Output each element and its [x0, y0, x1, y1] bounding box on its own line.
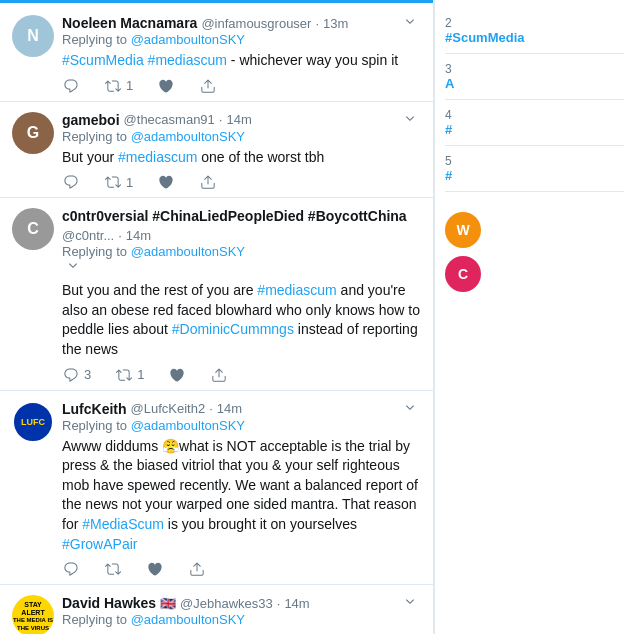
hashtag-link[interactable]: #mediascum	[118, 149, 197, 165]
trending-number: 4	[445, 108, 624, 122]
reply-button[interactable]: 3	[62, 366, 91, 384]
tweet-item: STAY ALERTTHE MEDIA IS THE VIRUSDavid Ha…	[0, 585, 433, 634]
tweet-time[interactable]: 14m	[226, 112, 251, 127]
display-name[interactable]: LufcKeith	[62, 401, 127, 417]
share-button[interactable]	[199, 173, 217, 191]
reply-button[interactable]	[62, 560, 80, 578]
reply-icon	[62, 77, 80, 95]
like-button[interactable]	[157, 173, 175, 191]
screen-name[interactable]: @c0ntr...	[62, 228, 114, 243]
retweet-button[interactable]	[104, 560, 122, 578]
trending-item[interactable]: 3A	[445, 54, 624, 100]
like-button[interactable]	[146, 560, 164, 578]
retweet-icon	[104, 173, 122, 191]
tweet-menu-button[interactable]	[399, 401, 421, 419]
trending-tag[interactable]: #ScumMedia	[445, 30, 624, 45]
reply-to-link[interactable]: @adamboultonSKY	[131, 418, 245, 433]
reply-to-link[interactable]: @adamboultonSKY	[131, 244, 245, 259]
reply-icon	[62, 560, 80, 578]
trending-number: 5	[445, 154, 624, 168]
avatar[interactable]: STAY ALERTTHE MEDIA IS THE VIRUS	[12, 595, 54, 634]
share-button[interactable]	[210, 366, 228, 384]
reply-count: 3	[84, 367, 91, 382]
reply-button[interactable]	[62, 173, 80, 191]
display-name[interactable]: gameboi	[62, 112, 120, 128]
username-row: c0ntr0versial #ChinaLiedPeopleDied #Boyc…	[62, 208, 421, 243]
trending-tag[interactable]: A	[445, 76, 624, 91]
username-row: David Hawkes 🇬🇧@Jebhawkes33·14m	[62, 595, 310, 611]
share-icon	[199, 173, 217, 191]
trending-item[interactable]: 5#	[445, 146, 624, 192]
hashtag-link[interactable]: #GrowAPair	[62, 536, 137, 552]
retweet-button[interactable]: 1	[115, 366, 144, 384]
side-avatar[interactable]: C	[445, 256, 481, 292]
screen-name[interactable]: @infamousgrouser	[201, 16, 311, 31]
tweet-item: NNoeleen Macnamara@infamousgrouser·13mRe…	[0, 5, 433, 102]
side-avatar-list: WC	[445, 212, 624, 292]
avatar[interactable]: C	[12, 208, 54, 250]
tweet-actions: 1	[62, 77, 421, 95]
screen-name[interactable]: @Jebhawkes33	[180, 596, 273, 611]
dot-separator: ·	[219, 112, 223, 127]
hashtag-link[interactable]: #mediascum	[148, 52, 227, 68]
tweet-header: LufcKeith@LufcKeith2·14mReplying to @ada…	[62, 401, 421, 433]
like-button[interactable]	[168, 366, 186, 384]
display-name[interactable]: c0ntr0versial #ChinaLiedPeopleDied #Boyc…	[62, 208, 407, 224]
screen-name[interactable]: @thecasman91	[124, 112, 215, 127]
retweet-button[interactable]: 1	[104, 77, 133, 95]
tweet-item: LUFCLufcKeith@LufcKeith2·14mReplying to …	[0, 391, 433, 586]
tweet-time[interactable]: 13m	[323, 16, 348, 31]
side-panel: 2#ScumMedia3A4#5#WC	[434, 0, 634, 634]
avatar[interactable]: N	[12, 15, 54, 57]
reply-to-link[interactable]: @adamboultonSKY	[131, 612, 245, 627]
tweet-time[interactable]: 14m	[284, 596, 309, 611]
tweet-menu-button[interactable]	[62, 259, 84, 277]
tweet-time[interactable]: 14m	[217, 401, 242, 416]
tweet-menu-button[interactable]	[399, 595, 421, 613]
avatar[interactable]: G	[12, 112, 54, 154]
trending-item[interactable]: 2#ScumMedia	[445, 8, 624, 54]
tweet-header: c0ntr0versial #ChinaLiedPeopleDied #Boyc…	[62, 208, 421, 277]
tweet-text: Awww diddums 😤what is NOT acceptable is …	[62, 437, 421, 555]
side-avatar[interactable]: W	[445, 212, 481, 248]
trending-number: 3	[445, 62, 624, 76]
share-button[interactable]	[188, 560, 206, 578]
tweet-time[interactable]: 14m	[126, 228, 151, 243]
reply-to-link[interactable]: @adamboultonSKY	[131, 32, 245, 47]
tweet-item: Ggameboi@thecasman91·14mReplying to @ada…	[0, 102, 433, 199]
replying-to: Replying to @adamboultonSKY	[62, 129, 252, 144]
reply-to-link[interactable]: @adamboultonSKY	[131, 129, 245, 144]
hashtag-link[interactable]: #mediascum	[257, 282, 336, 298]
hashtag-link[interactable]: #ScumMedia	[62, 52, 144, 68]
tweet-header-left: LufcKeith@LufcKeith2·14mReplying to @ada…	[62, 401, 245, 433]
hashtag-link[interactable]: #DominicCummngs	[172, 321, 294, 337]
trending-item[interactable]: 4#	[445, 100, 624, 146]
dot-separator: ·	[315, 16, 319, 31]
trending-tag[interactable]: #	[445, 122, 624, 137]
like-icon	[157, 77, 175, 95]
like-button[interactable]	[157, 77, 175, 95]
username-row: LufcKeith@LufcKeith2·14m	[62, 401, 245, 417]
share-icon	[210, 366, 228, 384]
display-name[interactable]: Noeleen Macnamara	[62, 15, 197, 31]
retweet-button[interactable]: 1	[104, 173, 133, 191]
tweet-text: But you and the rest of you are #mediasc…	[62, 281, 421, 359]
reply-icon	[62, 173, 80, 191]
screen-name[interactable]: @LufcKeith2	[131, 401, 206, 416]
trending-number: 2	[445, 16, 624, 30]
hashtag-link[interactable]: #MediaScum	[82, 516, 164, 532]
like-icon	[146, 560, 164, 578]
tweet-menu-button[interactable]	[399, 15, 421, 33]
display-name[interactable]: David Hawkes 🇬🇧	[62, 595, 176, 611]
username-row: gameboi@thecasman91·14m	[62, 112, 252, 128]
dot-separator: ·	[209, 401, 213, 416]
share-icon	[188, 560, 206, 578]
tweet-body: c0ntr0versial #ChinaLiedPeopleDied #Boyc…	[62, 208, 421, 383]
tweet-header-left: c0ntr0versial #ChinaLiedPeopleDied #Boyc…	[62, 208, 421, 259]
avatar[interactable]: LUFC	[12, 401, 54, 443]
tweet-menu-button[interactable]	[399, 112, 421, 130]
tweet-header: Noeleen Macnamara@infamousgrouser·13mRep…	[62, 15, 421, 47]
share-button[interactable]	[199, 77, 217, 95]
reply-button[interactable]	[62, 77, 80, 95]
trending-tag[interactable]: #	[445, 168, 624, 183]
